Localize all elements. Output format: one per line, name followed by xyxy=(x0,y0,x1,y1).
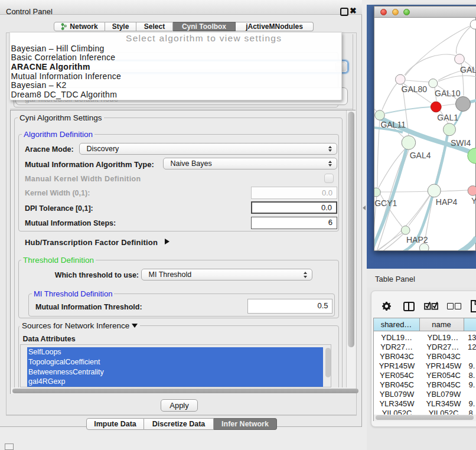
svg-text:GAL80: GAL80 xyxy=(402,84,428,94)
svg-text:HAP2: HAP2 xyxy=(406,235,428,244)
svg-text:HAP4: HAP4 xyxy=(436,197,458,207)
svg-text:GAL1: GAL1 xyxy=(437,113,458,122)
svg-text:GAL2: GAL2 xyxy=(460,65,476,74)
svg-text:SWI4: SWI4 xyxy=(451,138,471,148)
svg-text:GAL4: GAL4 xyxy=(410,151,431,160)
svg-text:Y: Y xyxy=(471,196,476,206)
svg-text:GAL10: GAL10 xyxy=(435,89,461,98)
svg-text:GCY1: GCY1 xyxy=(374,198,397,208)
svg-text:GAL11: GAL11 xyxy=(380,120,406,129)
